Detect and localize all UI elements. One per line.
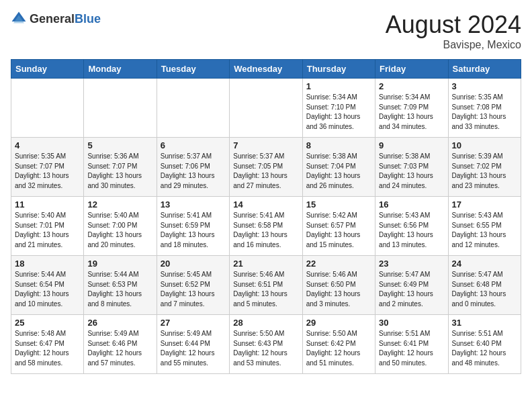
- calendar-cell: 2Sunrise: 5:34 AM Sunset: 7:09 PM Daylig…: [375, 79, 448, 138]
- calendar-cell: 4Sunrise: 5:35 AM Sunset: 7:07 PM Daylig…: [11, 138, 84, 197]
- calendar-cell: 25Sunrise: 5:48 AM Sunset: 6:47 PM Dayli…: [11, 315, 84, 374]
- day-number: 13: [161, 199, 226, 210]
- logo-blue-text: Blue: [75, 12, 101, 26]
- calendar-body: 1Sunrise: 5:34 AM Sunset: 7:10 PM Daylig…: [11, 79, 521, 374]
- cell-info: Sunrise: 5:47 AM Sunset: 6:49 PM Dayligh…: [379, 270, 444, 309]
- calendar-cell: 13Sunrise: 5:41 AM Sunset: 6:59 PM Dayli…: [157, 197, 229, 256]
- header-day-thursday: Thursday: [302, 60, 375, 79]
- calendar-cell: 20Sunrise: 5:45 AM Sunset: 6:52 PM Dayli…: [157, 256, 229, 315]
- day-number: 12: [87, 199, 152, 210]
- calendar-cell: [157, 79, 229, 138]
- calendar-cell: 22Sunrise: 5:46 AM Sunset: 6:50 PM Dayli…: [302, 256, 375, 315]
- day-number: 26: [87, 318, 152, 328]
- cell-info: Sunrise: 5:46 AM Sunset: 6:51 PM Dayligh…: [233, 270, 298, 309]
- day-number: 8: [306, 140, 371, 150]
- day-number: 6: [161, 140, 226, 150]
- cell-info: Sunrise: 5:36 AM Sunset: 7:07 PM Dayligh…: [87, 152, 152, 191]
- day-number: 16: [379, 199, 444, 210]
- day-number: 22: [306, 259, 371, 269]
- day-number: 9: [379, 140, 444, 150]
- cell-info: Sunrise: 5:43 AM Sunset: 6:56 PM Dayligh…: [379, 211, 444, 250]
- cell-info: Sunrise: 5:44 AM Sunset: 6:54 PM Dayligh…: [15, 270, 80, 309]
- calendar-cell: 31Sunrise: 5:51 AM Sunset: 6:40 PM Dayli…: [448, 315, 521, 374]
- day-number: 7: [233, 140, 298, 150]
- calendar-cell: 28Sunrise: 5:50 AM Sunset: 6:43 PM Dayli…: [230, 315, 302, 374]
- cell-info: Sunrise: 5:47 AM Sunset: 6:48 PM Dayligh…: [452, 270, 517, 309]
- calendar-table: SundayMondayTuesdayWednesdayThursdayFrid…: [11, 59, 521, 374]
- calendar-cell: [230, 79, 302, 138]
- location: Bavispe, Mexico: [386, 39, 521, 51]
- header-day-saturday: Saturday: [448, 60, 521, 79]
- logo: GeneralBlue: [11, 11, 101, 27]
- cell-info: Sunrise: 5:34 AM Sunset: 7:10 PM Dayligh…: [306, 93, 371, 132]
- week-row-4: 25Sunrise: 5:48 AM Sunset: 6:47 PM Dayli…: [11, 315, 521, 374]
- calendar-cell: 10Sunrise: 5:39 AM Sunset: 7:02 PM Dayli…: [448, 138, 521, 197]
- cell-info: Sunrise: 5:43 AM Sunset: 6:55 PM Dayligh…: [452, 211, 517, 250]
- title-block: August 2024 Bavispe, Mexico: [386, 11, 521, 51]
- calendar-cell: 6Sunrise: 5:37 AM Sunset: 7:06 PM Daylig…: [157, 138, 229, 197]
- day-number: 10: [452, 140, 517, 150]
- calendar-cell: 12Sunrise: 5:40 AM Sunset: 7:00 PM Dayli…: [84, 197, 157, 256]
- day-number: 2: [379, 81, 444, 91]
- cell-info: Sunrise: 5:45 AM Sunset: 6:52 PM Dayligh…: [161, 270, 226, 309]
- cell-info: Sunrise: 5:37 AM Sunset: 7:06 PM Dayligh…: [161, 152, 226, 191]
- cell-info: Sunrise: 5:40 AM Sunset: 7:00 PM Dayligh…: [87, 211, 152, 250]
- day-number: 25: [15, 318, 80, 328]
- header-row: SundayMondayTuesdayWednesdayThursdayFrid…: [11, 60, 521, 79]
- day-number: 28: [233, 318, 298, 328]
- cell-info: Sunrise: 5:40 AM Sunset: 7:01 PM Dayligh…: [15, 211, 80, 250]
- week-row-1: 4Sunrise: 5:35 AM Sunset: 7:07 PM Daylig…: [11, 138, 521, 197]
- cell-info: Sunrise: 5:41 AM Sunset: 6:58 PM Dayligh…: [233, 211, 298, 250]
- cell-info: Sunrise: 5:38 AM Sunset: 7:04 PM Dayligh…: [306, 152, 371, 191]
- day-number: 17: [452, 199, 517, 210]
- day-number: 4: [15, 140, 80, 150]
- header-day-wednesday: Wednesday: [230, 60, 302, 79]
- cell-info: Sunrise: 5:35 AM Sunset: 7:07 PM Dayligh…: [15, 152, 80, 191]
- calendar-cell: 29Sunrise: 5:50 AM Sunset: 6:42 PM Dayli…: [302, 315, 375, 374]
- logo-general-text: General: [30, 12, 75, 26]
- day-number: 27: [161, 318, 226, 328]
- day-number: 23: [379, 259, 444, 269]
- calendar-cell: 7Sunrise: 5:37 AM Sunset: 7:05 PM Daylig…: [230, 138, 302, 197]
- day-number: 20: [161, 259, 226, 269]
- header-day-sunday: Sunday: [11, 60, 84, 79]
- calendar-cell: 24Sunrise: 5:47 AM Sunset: 6:48 PM Dayli…: [448, 256, 521, 315]
- day-number: 19: [87, 259, 152, 269]
- cell-info: Sunrise: 5:41 AM Sunset: 6:59 PM Dayligh…: [161, 211, 226, 250]
- calendar-cell: 3Sunrise: 5:35 AM Sunset: 7:08 PM Daylig…: [448, 79, 521, 138]
- calendar-cell: 23Sunrise: 5:47 AM Sunset: 6:49 PM Dayli…: [375, 256, 448, 315]
- cell-info: Sunrise: 5:51 AM Sunset: 6:41 PM Dayligh…: [379, 329, 444, 368]
- cell-info: Sunrise: 5:46 AM Sunset: 6:50 PM Dayligh…: [306, 270, 371, 309]
- calendar-cell: 26Sunrise: 5:49 AM Sunset: 6:46 PM Dayli…: [84, 315, 157, 374]
- day-number: 30: [379, 318, 444, 328]
- day-number: 3: [452, 81, 517, 91]
- week-row-3: 18Sunrise: 5:44 AM Sunset: 6:54 PM Dayli…: [11, 256, 521, 315]
- cell-info: Sunrise: 5:39 AM Sunset: 7:02 PM Dayligh…: [452, 152, 517, 191]
- day-number: 15: [306, 199, 371, 210]
- calendar-cell: 9Sunrise: 5:38 AM Sunset: 7:03 PM Daylig…: [375, 138, 448, 197]
- page-header: GeneralBlue August 2024 Bavispe, Mexico: [11, 11, 521, 51]
- cell-info: Sunrise: 5:50 AM Sunset: 6:42 PM Dayligh…: [306, 329, 371, 368]
- cell-info: Sunrise: 5:37 AM Sunset: 7:05 PM Dayligh…: [233, 152, 298, 191]
- calendar-cell: [11, 79, 84, 138]
- week-row-2: 11Sunrise: 5:40 AM Sunset: 7:01 PM Dayli…: [11, 197, 521, 256]
- header-day-friday: Friday: [375, 60, 448, 79]
- cell-info: Sunrise: 5:34 AM Sunset: 7:09 PM Dayligh…: [379, 93, 444, 132]
- day-number: 14: [233, 199, 298, 210]
- day-number: 24: [452, 259, 517, 269]
- calendar-cell: 16Sunrise: 5:43 AM Sunset: 6:56 PM Dayli…: [375, 197, 448, 256]
- calendar-cell: [84, 79, 157, 138]
- cell-info: Sunrise: 5:42 AM Sunset: 6:57 PM Dayligh…: [306, 211, 371, 250]
- calendar-cell: 5Sunrise: 5:36 AM Sunset: 7:07 PM Daylig…: [84, 138, 157, 197]
- calendar-cell: 1Sunrise: 5:34 AM Sunset: 7:10 PM Daylig…: [302, 79, 375, 138]
- header-day-tuesday: Tuesday: [157, 60, 229, 79]
- cell-info: Sunrise: 5:48 AM Sunset: 6:47 PM Dayligh…: [15, 329, 80, 368]
- day-number: 29: [306, 318, 371, 328]
- week-row-0: 1Sunrise: 5:34 AM Sunset: 7:10 PM Daylig…: [11, 79, 521, 138]
- logo-icon: [11, 11, 27, 27]
- day-number: 5: [87, 140, 152, 150]
- calendar-cell: 30Sunrise: 5:51 AM Sunset: 6:41 PM Dayli…: [375, 315, 448, 374]
- calendar-cell: 15Sunrise: 5:42 AM Sunset: 6:57 PM Dayli…: [302, 197, 375, 256]
- day-number: 21: [233, 259, 298, 269]
- cell-info: Sunrise: 5:35 AM Sunset: 7:08 PM Dayligh…: [452, 93, 517, 132]
